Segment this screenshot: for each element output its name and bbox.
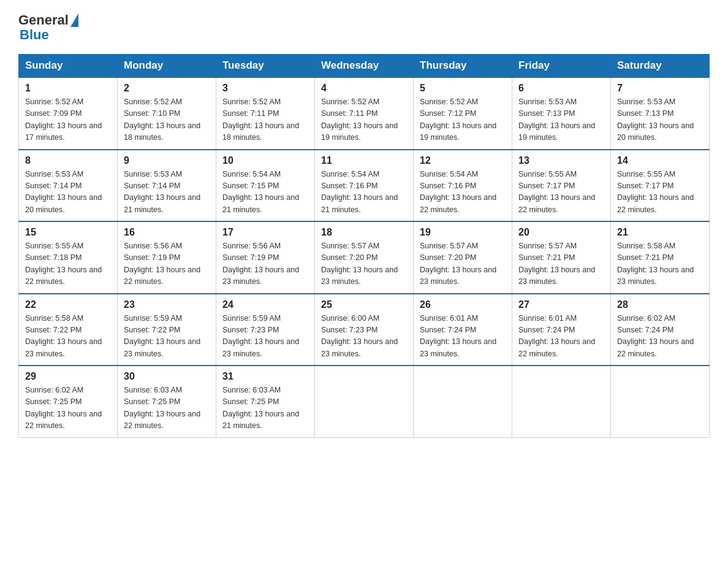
day-cell: 27Sunrise: 6:01 AMSunset: 7:24 PMDayligh…: [512, 294, 611, 366]
day-number: 21: [617, 227, 703, 238]
logo-triangle-icon: [70, 13, 78, 27]
day-cell: 19Sunrise: 5:57 AMSunset: 7:20 PMDayligh…: [414, 221, 512, 294]
day-info: Sunrise: 5:55 AMSunset: 7:17 PMDaylight:…: [617, 169, 703, 216]
logo-line1: General: [18, 12, 78, 28]
day-cell: 28Sunrise: 6:02 AMSunset: 7:24 PMDayligh…: [611, 294, 710, 366]
day-cell: 8Sunrise: 5:53 AMSunset: 7:14 PMDaylight…: [19, 150, 118, 222]
day-info: Sunrise: 5:54 AMSunset: 7:16 PMDaylight:…: [321, 169, 407, 216]
day-cell: 4Sunrise: 5:52 AMSunset: 7:11 PMDaylight…: [315, 77, 414, 150]
day-number: 22: [25, 299, 111, 310]
day-info: Sunrise: 5:56 AMSunset: 7:19 PMDaylight:…: [222, 240, 308, 288]
day-number: 8: [25, 155, 111, 166]
day-number: 26: [420, 299, 506, 310]
day-info: Sunrise: 5:53 AMSunset: 7:14 PMDaylight:…: [25, 169, 111, 216]
day-number: 6: [518, 83, 604, 94]
day-cell: 11Sunrise: 5:54 AMSunset: 7:16 PMDayligh…: [315, 150, 414, 222]
day-cell: 15Sunrise: 5:55 AMSunset: 7:18 PMDayligh…: [19, 221, 118, 294]
day-info: Sunrise: 6:03 AMSunset: 7:25 PMDaylight:…: [222, 385, 308, 432]
week-row-3: 15Sunrise: 5:55 AMSunset: 7:18 PMDayligh…: [19, 221, 710, 294]
day-number: 16: [124, 227, 210, 238]
day-info: Sunrise: 5:53 AMSunset: 7:13 PMDaylight:…: [518, 96, 604, 144]
day-info: Sunrise: 5:53 AMSunset: 7:14 PMDaylight:…: [124, 169, 210, 216]
day-info: Sunrise: 5:58 AMSunset: 7:21 PMDaylight:…: [617, 240, 703, 288]
calendar-body: 1Sunrise: 5:52 AMSunset: 7:09 PMDaylight…: [19, 77, 710, 437]
day-info: Sunrise: 5:57 AMSunset: 7:21 PMDaylight:…: [518, 240, 604, 288]
day-cell: 14Sunrise: 5:55 AMSunset: 7:17 PMDayligh…: [611, 150, 710, 222]
day-number: 17: [222, 227, 308, 238]
logo-general-text: General: [18, 12, 69, 28]
day-cell: 21Sunrise: 5:58 AMSunset: 7:21 PMDayligh…: [611, 221, 710, 294]
header-cell-saturday: Saturday: [611, 55, 710, 78]
day-number: 7: [617, 83, 703, 94]
day-number: 18: [321, 227, 407, 238]
day-info: Sunrise: 6:01 AMSunset: 7:24 PMDaylight:…: [420, 313, 506, 361]
day-cell: 22Sunrise: 5:58 AMSunset: 7:22 PMDayligh…: [19, 294, 118, 366]
logo-blue-text: Blue: [20, 27, 49, 43]
day-info: Sunrise: 5:52 AMSunset: 7:10 PMDaylight:…: [124, 96, 210, 144]
day-number: 12: [420, 155, 506, 166]
week-row-4: 22Sunrise: 5:58 AMSunset: 7:22 PMDayligh…: [19, 294, 710, 366]
day-info: Sunrise: 5:55 AMSunset: 7:18 PMDaylight:…: [25, 240, 111, 288]
day-info: Sunrise: 5:54 AMSunset: 7:16 PMDaylight:…: [420, 169, 506, 216]
day-number: 27: [518, 299, 604, 310]
day-info: Sunrise: 5:52 AMSunset: 7:11 PMDaylight:…: [222, 96, 308, 144]
day-info: Sunrise: 6:03 AMSunset: 7:25 PMDaylight:…: [124, 385, 210, 432]
day-cell: 7Sunrise: 5:53 AMSunset: 7:13 PMDaylight…: [611, 77, 710, 150]
day-info: Sunrise: 5:54 AMSunset: 7:15 PMDaylight:…: [222, 169, 308, 216]
day-cell: 10Sunrise: 5:54 AMSunset: 7:15 PMDayligh…: [216, 150, 315, 222]
day-cell: 2Sunrise: 5:52 AMSunset: 7:10 PMDaylight…: [118, 77, 216, 150]
day-number: 5: [420, 83, 506, 94]
day-info: Sunrise: 5:57 AMSunset: 7:20 PMDaylight:…: [321, 240, 407, 288]
day-number: 11: [321, 155, 407, 166]
day-cell: 31Sunrise: 6:03 AMSunset: 7:25 PMDayligh…: [216, 366, 315, 437]
day-number: 14: [617, 155, 703, 166]
day-cell: 13Sunrise: 5:55 AMSunset: 7:17 PMDayligh…: [512, 150, 611, 222]
day-info: Sunrise: 5:52 AMSunset: 7:09 PMDaylight:…: [25, 96, 111, 144]
day-cell: 6Sunrise: 5:53 AMSunset: 7:13 PMDaylight…: [512, 77, 611, 150]
week-row-5: 29Sunrise: 6:02 AMSunset: 7:25 PMDayligh…: [19, 366, 710, 437]
header-cell-sunday: Sunday: [19, 55, 118, 78]
day-cell: 3Sunrise: 5:52 AMSunset: 7:11 PMDaylight…: [216, 77, 315, 150]
week-row-2: 8Sunrise: 5:53 AMSunset: 7:14 PMDaylight…: [19, 150, 710, 222]
day-cell: 9Sunrise: 5:53 AMSunset: 7:14 PMDaylight…: [118, 150, 216, 222]
day-cell: 17Sunrise: 5:56 AMSunset: 7:19 PMDayligh…: [216, 221, 315, 294]
day-cell: [611, 366, 710, 437]
logo-line2: Blue: [18, 27, 49, 43]
day-cell: 26Sunrise: 6:01 AMSunset: 7:24 PMDayligh…: [414, 294, 512, 366]
day-cell: 1Sunrise: 5:52 AMSunset: 7:09 PMDaylight…: [19, 77, 118, 150]
day-number: 29: [25, 371, 111, 382]
day-info: Sunrise: 5:57 AMSunset: 7:20 PMDaylight:…: [420, 240, 506, 288]
day-cell: [512, 366, 611, 437]
day-info: Sunrise: 5:56 AMSunset: 7:19 PMDaylight:…: [124, 240, 210, 288]
day-cell: 12Sunrise: 5:54 AMSunset: 7:16 PMDayligh…: [414, 150, 512, 222]
day-info: Sunrise: 5:52 AMSunset: 7:11 PMDaylight:…: [321, 96, 407, 144]
day-number: 23: [124, 299, 210, 310]
day-number: 10: [222, 155, 308, 166]
day-cell: 20Sunrise: 5:57 AMSunset: 7:21 PMDayligh…: [512, 221, 611, 294]
day-info: Sunrise: 6:02 AMSunset: 7:25 PMDaylight:…: [25, 385, 111, 432]
day-number: 3: [222, 83, 308, 94]
day-cell: 18Sunrise: 5:57 AMSunset: 7:20 PMDayligh…: [315, 221, 414, 294]
header-cell-wednesday: Wednesday: [315, 55, 414, 78]
day-number: 31: [222, 371, 308, 382]
day-info: Sunrise: 5:53 AMSunset: 7:13 PMDaylight:…: [617, 96, 703, 144]
header-cell-tuesday: Tuesday: [216, 55, 315, 78]
day-number: 15: [25, 227, 111, 238]
day-number: 19: [420, 227, 506, 238]
day-number: 9: [124, 155, 210, 166]
day-info: Sunrise: 6:00 AMSunset: 7:23 PMDaylight:…: [321, 313, 407, 361]
day-number: 1: [25, 83, 111, 94]
header-cell-thursday: Thursday: [414, 55, 512, 78]
day-info: Sunrise: 5:59 AMSunset: 7:23 PMDaylight:…: [222, 313, 308, 361]
day-info: Sunrise: 5:58 AMSunset: 7:22 PMDaylight:…: [25, 313, 111, 361]
header: General Blue: [18, 12, 710, 43]
day-number: 28: [617, 299, 703, 310]
day-number: 20: [518, 227, 604, 238]
day-info: Sunrise: 5:55 AMSunset: 7:17 PMDaylight:…: [518, 169, 604, 216]
day-number: 13: [518, 155, 604, 166]
header-row: SundayMondayTuesdayWednesdayThursdayFrid…: [19, 55, 710, 78]
day-cell: [315, 366, 414, 437]
day-cell: 25Sunrise: 6:00 AMSunset: 7:23 PMDayligh…: [315, 294, 414, 366]
day-info: Sunrise: 6:02 AMSunset: 7:24 PMDaylight:…: [617, 313, 703, 361]
day-cell: 5Sunrise: 5:52 AMSunset: 7:12 PMDaylight…: [414, 77, 512, 150]
